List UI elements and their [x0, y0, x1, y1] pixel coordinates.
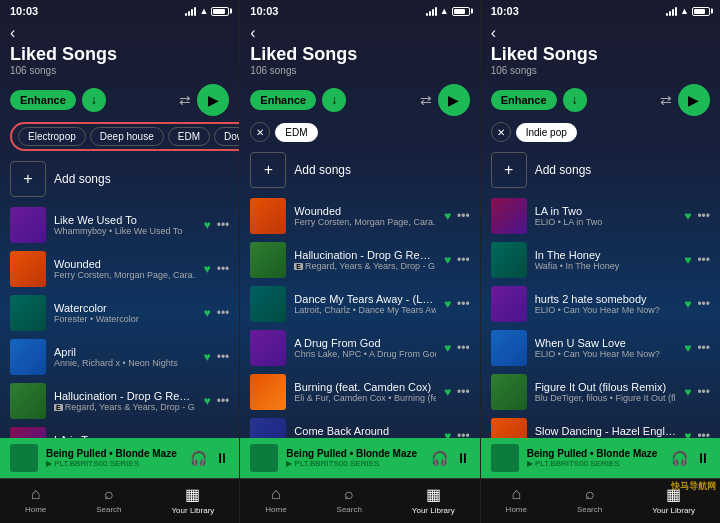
- song-item[interactable]: Hallucination - Drop G RemixERegard, Yea…: [0, 379, 239, 423]
- chip-clear-button[interactable]: ✕: [491, 122, 511, 142]
- song-item[interactable]: Like We Used ToWhammyboy • Like We Used …: [0, 203, 239, 247]
- play-button[interactable]: ▶: [197, 84, 229, 116]
- more-options-icon[interactable]: •••: [217, 218, 230, 232]
- back-arrow[interactable]: ‹: [10, 24, 229, 42]
- download-button[interactable]: ↓: [563, 88, 587, 112]
- enhance-button[interactable]: Enhance: [10, 90, 76, 110]
- more-options-icon[interactable]: •••: [697, 429, 710, 438]
- song-item[interactable]: AprilAnnie, Richard x • Neon Nights ♥ ••…: [0, 335, 239, 379]
- download-button[interactable]: ↓: [82, 88, 106, 112]
- like-icon[interactable]: ♥: [684, 385, 691, 399]
- song-item[interactable]: hurts 2 hate somebodyELIO • Can You Hear…: [481, 282, 720, 326]
- shuffle-button[interactable]: ⇄: [179, 92, 191, 108]
- chip-clear-button[interactable]: ✕: [250, 122, 270, 142]
- more-options-icon[interactable]: •••: [217, 262, 230, 276]
- more-options-icon[interactable]: •••: [697, 341, 710, 355]
- like-icon[interactable]: ♥: [684, 297, 691, 311]
- song-item[interactable]: LA in TwoELIO • LA in Two ♥ •••: [481, 194, 720, 238]
- like-icon[interactable]: ♥: [204, 350, 211, 364]
- like-icon[interactable]: ♥: [444, 341, 451, 355]
- pause-button[interactable]: ⏸: [696, 450, 710, 466]
- nav-item-search[interactable]: ⌕ Search: [337, 485, 362, 515]
- like-icon[interactable]: ♥: [684, 429, 691, 438]
- song-item[interactable]: WoundedFerry Corsten, Morgan Page, Cara.…: [240, 194, 479, 238]
- song-item[interactable]: Figure It Out (filous Remix)Blu DeTiger,…: [481, 370, 720, 414]
- song-item[interactable]: Burning (feat. Camden Cox)Eli & Fur, Cam…: [240, 370, 479, 414]
- song-item[interactable]: Come Back AroundELIO • Come Back Around …: [240, 414, 479, 438]
- add-songs-row[interactable]: + Add songs: [0, 155, 239, 203]
- play-button[interactable]: ▶: [438, 84, 470, 116]
- headphone-icon[interactable]: 🎧: [431, 450, 448, 466]
- more-options-icon[interactable]: •••: [457, 209, 470, 223]
- like-icon[interactable]: ♥: [204, 262, 211, 276]
- back-arrow[interactable]: ‹: [250, 24, 469, 42]
- like-icon[interactable]: ♥: [684, 253, 691, 267]
- like-icon[interactable]: ♥: [684, 341, 691, 355]
- chip-indie-pop[interactable]: Indie pop: [516, 123, 577, 142]
- now-playing-bar[interactable]: Being Pulled • Blonde Maze ▶ PLT.BBRITS0…: [240, 438, 479, 478]
- more-options-icon[interactable]: •••: [457, 341, 470, 355]
- like-icon[interactable]: ♥: [444, 253, 451, 267]
- more-options-icon[interactable]: •••: [457, 429, 470, 438]
- song-thumbnail: [250, 286, 286, 322]
- song-item[interactable]: In The HoneyWafia • In The Honey ♥ •••: [481, 238, 720, 282]
- download-button[interactable]: ↓: [322, 88, 346, 112]
- more-options-icon[interactable]: •••: [697, 297, 710, 311]
- song-item[interactable]: Slow Dancing - Hazel English R...Aly & A…: [481, 414, 720, 438]
- song-artist: Blu DeTiger, filous • Figure It Out (fli…: [535, 393, 677, 403]
- chip-deep-house[interactable]: Deep house: [90, 127, 164, 146]
- song-name: When U Saw Love: [535, 337, 677, 349]
- nav-item-home[interactable]: ⌂ Home: [25, 485, 46, 515]
- chip-electropop[interactable]: Electropop: [18, 127, 86, 146]
- like-icon[interactable]: ♥: [444, 385, 451, 399]
- chip-downtempo[interactable]: Downtempo: [214, 127, 239, 146]
- add-songs-row[interactable]: + Add songs: [240, 146, 479, 194]
- back-arrow[interactable]: ‹: [491, 24, 710, 42]
- chip-edm[interactable]: EDM: [168, 127, 210, 146]
- like-icon[interactable]: ♥: [204, 306, 211, 320]
- nav-item-search[interactable]: ⌕ Search: [577, 485, 602, 515]
- pause-button[interactable]: ⏸: [215, 450, 229, 466]
- headphone-icon[interactable]: 🎧: [671, 450, 688, 466]
- now-playing-bar[interactable]: Being Pulled • Blonde Maze ▶ PLT.BBRITS0…: [481, 438, 720, 478]
- song-list: Like We Used ToWhammyboy • Like We Used …: [0, 203, 239, 438]
- song-name: Watercolor: [54, 302, 196, 314]
- song-item[interactable]: LA in TwoELIO • LA in Two ♥ •••: [0, 423, 239, 438]
- headphone-icon[interactable]: 🎧: [190, 450, 207, 466]
- play-button[interactable]: ▶: [678, 84, 710, 116]
- like-icon[interactable]: ♥: [684, 209, 691, 223]
- enhance-button[interactable]: Enhance: [491, 90, 557, 110]
- pause-button[interactable]: ⏸: [456, 450, 470, 466]
- like-icon[interactable]: ♥: [444, 429, 451, 438]
- song-item[interactable]: Hallucination - Drop G RemixERegard, Yea…: [240, 238, 479, 282]
- more-options-icon[interactable]: •••: [697, 253, 710, 267]
- nav-item-home[interactable]: ⌂ Home: [265, 485, 286, 515]
- song-item[interactable]: WoundedFerry Corsten, Morgan Page, Cara.…: [0, 247, 239, 291]
- song-item[interactable]: When U Saw LoveELIO • Can You Hear Me No…: [481, 326, 720, 370]
- shuffle-button[interactable]: ⇄: [660, 92, 672, 108]
- like-icon[interactable]: ♥: [204, 394, 211, 408]
- more-options-icon[interactable]: •••: [217, 306, 230, 320]
- more-options-icon[interactable]: •••: [457, 253, 470, 267]
- nav-item-your-library[interactable]: ▦ Your Library: [172, 485, 215, 515]
- more-options-icon[interactable]: •••: [697, 385, 710, 399]
- shuffle-button[interactable]: ⇄: [420, 92, 432, 108]
- more-options-icon[interactable]: •••: [457, 297, 470, 311]
- more-options-icon[interactable]: •••: [457, 385, 470, 399]
- song-item[interactable]: A Drug From GodChris Lake, NPC • A Drug …: [240, 326, 479, 370]
- more-options-icon[interactable]: •••: [217, 350, 230, 364]
- like-icon[interactable]: ♥: [204, 218, 211, 232]
- song-item[interactable]: WatercolorForester • Watercolor ♥ •••: [0, 291, 239, 335]
- more-options-icon[interactable]: •••: [217, 394, 230, 408]
- nav-item-home[interactable]: ⌂ Home: [506, 485, 527, 515]
- add-songs-row[interactable]: + Add songs: [481, 146, 720, 194]
- now-playing-bar[interactable]: Being Pulled • Blonde Maze ▶ PLT.BBRITS0…: [0, 438, 239, 478]
- like-icon[interactable]: ♥: [444, 209, 451, 223]
- song-item[interactable]: Dance My Tears Away - (Latroit...Latroit…: [240, 282, 479, 326]
- nav-item-search[interactable]: ⌕ Search: [96, 485, 121, 515]
- nav-item-your-library[interactable]: ▦ Your Library: [412, 485, 455, 515]
- enhance-button[interactable]: Enhance: [250, 90, 316, 110]
- like-icon[interactable]: ♥: [444, 297, 451, 311]
- more-options-icon[interactable]: •••: [697, 209, 710, 223]
- chip-edm[interactable]: EDM: [275, 123, 317, 142]
